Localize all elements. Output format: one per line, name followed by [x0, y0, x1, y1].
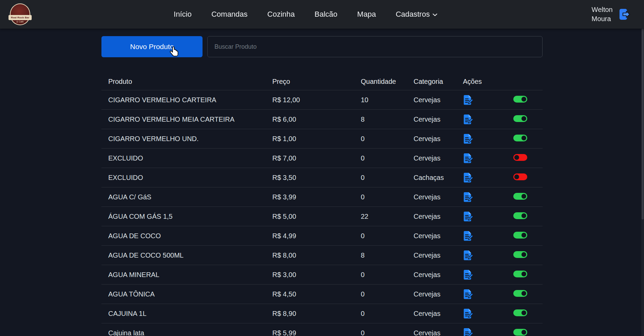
cell-quantidade: 22	[361, 213, 414, 220]
edit-product-button[interactable]	[463, 327, 473, 336]
cell-quantidade: 0	[361, 271, 414, 279]
cell-quantidade: 0	[361, 329, 414, 336]
table-body: CIGARRO VERMELHO CARTEIRA R$ 12,00 10 Ce…	[101, 90, 543, 336]
brand-logo[interactable]: Real Rock Bar & Café	[9, 2, 31, 26]
active-toggle[interactable]	[513, 271, 527, 277]
cell-quantidade: 0	[361, 310, 414, 318]
cell-quantidade: 10	[361, 96, 414, 104]
cell-preco: R$ 5,99	[272, 329, 361, 336]
edit-product-button[interactable]	[463, 94, 473, 105]
cell-preco: R$ 12,00	[272, 96, 361, 104]
user-name: Welton Moura	[592, 5, 613, 24]
cell-produto: AGUA DE COCO	[108, 232, 272, 240]
nav-item[interactable]: Cozinha	[267, 10, 295, 19]
edit-product-button[interactable]	[463, 308, 473, 319]
nav-item[interactable]: Comandas	[211, 10, 247, 19]
cell-categoria: Cervejas	[414, 290, 463, 298]
cell-categoria: Cervejas	[414, 310, 463, 318]
edit-document-pencil-icon	[463, 327, 473, 336]
active-toggle[interactable]	[513, 193, 527, 200]
edit-product-button[interactable]	[463, 114, 473, 125]
scrollbar-thumb[interactable]	[642, 29, 644, 219]
nav-item[interactable]: Cadastros	[396, 10, 437, 19]
cell-quantidade: 8	[361, 251, 414, 259]
table-row: AGUA DE COCO 500ML R$ 8,00 8 Cervejas	[101, 245, 543, 265]
cell-quantidade: 0	[361, 154, 414, 162]
column-header-acoes: Ações	[463, 78, 513, 86]
table-header-row: Produto Preço Quantidade Categoria Ações	[101, 73, 543, 90]
cell-produto: ÁGUA COM GÁS 1,5	[108, 213, 272, 220]
edit-product-button[interactable]	[463, 250, 473, 261]
user-first-name: Welton	[592, 5, 613, 14]
column-header-preco: Preço	[272, 78, 361, 86]
cell-produto: CIGARRO VERMELHO MEIA CARTEIRA	[108, 116, 272, 123]
cell-categoria: Cervejas	[414, 116, 463, 123]
nav-item[interactable]: Mapa	[357, 10, 376, 19]
active-toggle[interactable]	[513, 309, 527, 316]
active-toggle[interactable]	[513, 135, 527, 141]
edit-product-button[interactable]	[463, 133, 473, 144]
edit-document-pencil-icon	[463, 289, 473, 300]
edit-product-button[interactable]	[463, 192, 473, 202]
top-navbar: Real Rock Bar & Café Início Comandas Coz…	[0, 0, 644, 29]
active-toggle[interactable]	[513, 290, 527, 297]
edit-product-button[interactable]	[463, 172, 473, 183]
cell-produto: AGUA DE COCO 500ML	[108, 251, 272, 259]
cell-quantidade: 0	[361, 290, 414, 298]
vertical-scrollbar[interactable]	[641, 0, 644, 336]
table-row: CIGARRO VERMELHO MEIA CARTEIRA R$ 6,00 8…	[101, 109, 543, 129]
edit-product-button[interactable]	[463, 211, 473, 222]
edit-document-pencil-icon	[463, 192, 473, 202]
cell-preco: R$ 7,00	[272, 154, 361, 162]
table-row: AGUA MINERAL R$ 3,00 0 Cervejas	[101, 265, 543, 284]
column-header-quantidade: Quantidade	[361, 78, 414, 86]
brand-logo-title: Real Rock Bar	[9, 15, 32, 20]
new-product-button[interactable]: Novo Produto	[101, 36, 203, 57]
edit-product-button[interactable]	[463, 153, 473, 164]
cell-categoria: Cervejas	[414, 193, 463, 201]
main-nav: Início Comandas Cozinha Balcão Mapa Cada…	[174, 10, 437, 19]
cell-categoria: Cervejas	[414, 213, 463, 220]
cell-produto: AGUA MINERAL	[108, 271, 272, 279]
edit-product-button[interactable]	[463, 269, 473, 280]
logout-button[interactable]	[617, 7, 631, 21]
edit-product-button[interactable]	[463, 289, 473, 300]
search-product-input[interactable]	[207, 36, 543, 57]
active-toggle[interactable]	[513, 115, 527, 122]
table-row: CIGARRO VERMELHO UND. R$ 1,00 0 Cervejas	[101, 129, 543, 148]
user-last-name: Moura	[592, 14, 613, 24]
active-toggle[interactable]	[513, 154, 527, 161]
edit-document-pencil-icon	[463, 250, 473, 261]
logout-door-arrow-icon	[617, 7, 631, 21]
active-toggle[interactable]	[513, 232, 527, 239]
edit-document-pencil-icon	[463, 211, 473, 222]
products-page: Novo Produto Produto Preço Quantidade Ca…	[101, 29, 543, 336]
active-toggle[interactable]	[513, 212, 527, 219]
cell-preco: R$ 4,50	[272, 290, 361, 298]
cell-produto: CIGARRO VERMELHO CARTEIRA	[108, 96, 272, 104]
active-toggle[interactable]	[513, 251, 527, 258]
cell-produto: EXCLUIDO	[108, 154, 272, 162]
nav-item[interactable]: Início	[174, 10, 192, 19]
edit-document-pencil-icon	[463, 308, 473, 319]
cell-categoria: Cervejas	[414, 251, 463, 259]
user-area: Welton Moura	[592, 5, 631, 24]
cell-preco: R$ 8,00	[272, 251, 361, 259]
cell-preco: R$ 3,50	[272, 174, 361, 182]
edit-product-button[interactable]	[463, 230, 473, 241]
active-toggle[interactable]	[513, 96, 527, 103]
edit-document-pencil-icon	[463, 114, 473, 125]
table-row: AGUA DE COCO R$ 4,99 0 Cervejas	[101, 226, 543, 245]
cell-produto: CIGARRO VERMELHO UND.	[108, 135, 272, 143]
cell-preco: R$ 1,00	[272, 135, 361, 143]
active-toggle[interactable]	[513, 173, 527, 180]
cell-produto: Cajuina lata	[108, 329, 272, 336]
nav-item[interactable]: Balcão	[315, 10, 337, 19]
cell-produto: EXCLUIDO	[108, 174, 272, 182]
cell-categoria: Cervejas	[414, 96, 463, 104]
cell-produto: AGUA TÔNICA	[108, 290, 272, 298]
active-toggle[interactable]	[513, 329, 527, 336]
cell-quantidade: 0	[361, 174, 414, 182]
column-header-categoria: Categoria	[414, 78, 463, 86]
cell-preco: R$ 3,99	[272, 193, 361, 201]
